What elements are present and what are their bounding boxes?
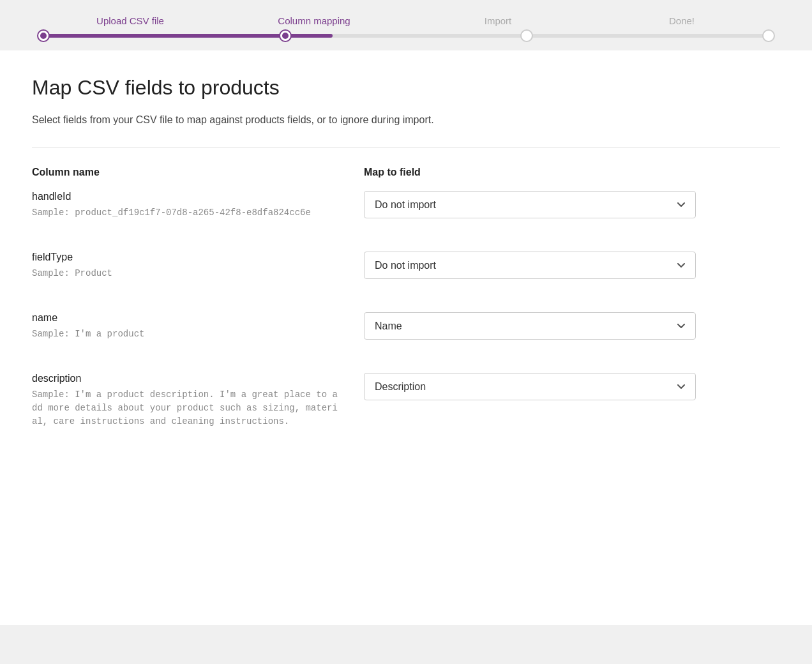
field-rows-container: handleIdSample: product_df19c1f7-07d8-a2… <box>32 191 780 441</box>
stepper-label-mapping: Column mapping <box>222 15 406 26</box>
field-map-1: Do not importHandle IDNameDescriptionPri… <box>364 252 780 279</box>
stepper-label-import: Import <box>406 15 590 26</box>
divider <box>32 147 780 147</box>
map-to-field-header: Map to field <box>364 167 780 178</box>
field-sample-1: Sample: Product <box>32 267 338 280</box>
field-sample-3: Sample: I'm a product description. I'm a… <box>32 388 338 428</box>
field-sample-0: Sample: product_df19c1f7-07d8-a265-42f8-… <box>32 206 338 220</box>
field-info-2: nameSample: I'm a product <box>32 312 364 341</box>
field-info-1: fieldTypeSample: Product <box>32 252 364 280</box>
column-headers: Column name Map to field <box>32 167 780 178</box>
map-select-3[interactable]: Do not importHandle IDNameDescriptionPri… <box>364 373 696 400</box>
field-info-3: descriptionSample: I'm a product descrip… <box>32 373 364 428</box>
field-row: fieldTypeSample: ProductDo not importHan… <box>32 252 780 293</box>
page-title: Map CSV fields to products <box>32 76 780 100</box>
field-name-0: handleId <box>32 191 338 202</box>
field-row: handleIdSample: product_df19c1f7-07d8-a2… <box>32 191 780 232</box>
stepper-label-done: Done! <box>590 15 774 26</box>
field-map-3: Do not importHandle IDNameDescriptionPri… <box>364 373 780 400</box>
stepper-dot-4 <box>763 31 774 41</box>
map-select-2[interactable]: Do not importHandle IDNameDescriptionPri… <box>364 312 696 340</box>
stepper-dot-1 <box>38 31 49 41</box>
field-name-3: description <box>32 373 338 384</box>
map-select-0[interactable]: Do not importHandle IDNameDescriptionPri… <box>364 191 696 218</box>
stepper-dot-3 <box>522 31 532 41</box>
field-map-2: Do not importHandle IDNameDescriptionPri… <box>364 312 780 340</box>
stepper-labels: Upload CSV file Column mapping Import Do… <box>26 15 786 26</box>
field-row: descriptionSample: I'm a product descrip… <box>32 373 780 441</box>
field-row: nameSample: I'm a productDo not importHa… <box>32 312 780 354</box>
stepper-track <box>38 34 774 38</box>
map-select-1[interactable]: Do not importHandle IDNameDescriptionPri… <box>364 252 696 279</box>
field-map-0: Do not importHandle IDNameDescriptionPri… <box>364 191 780 218</box>
stepper-label-upload: Upload CSV file <box>38 15 222 26</box>
main-content: Map CSV fields to products Select fields… <box>0 50 812 625</box>
field-info-0: handleIdSample: product_df19c1f7-07d8-a2… <box>32 191 364 220</box>
stepper-dot-2 <box>280 31 290 41</box>
stepper-section: Upload CSV file Column mapping Import Do… <box>0 0 812 38</box>
stepper-dots <box>38 31 774 41</box>
field-sample-2: Sample: I'm a product <box>32 328 338 341</box>
field-name-2: name <box>32 312 338 324</box>
field-name-1: fieldType <box>32 252 338 263</box>
page-description: Select fields from your CSV file to map … <box>32 112 780 128</box>
column-name-header: Column name <box>32 167 364 178</box>
